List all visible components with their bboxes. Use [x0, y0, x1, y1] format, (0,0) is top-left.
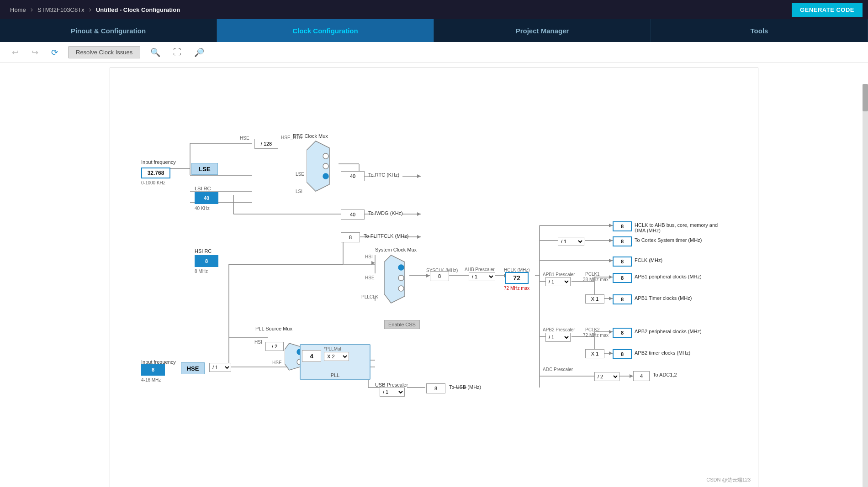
tab-project[interactable]: Project Manager: [434, 19, 651, 42]
generate-code-button[interactable]: GENERATE CODE: [792, 3, 863, 17]
hclk-val-box[interactable]: 72: [505, 272, 529, 284]
hclk-ahb-label: HCLK to AHB bus, core, memory and DMA (M…: [635, 222, 726, 233]
tab-bar: Pinout & Configuration Clock Configurati…: [0, 19, 868, 42]
pclk2-label: PCLK2: [585, 327, 600, 332]
hsi-unit-label: 8 MHz: [195, 269, 208, 274]
breadcrumb-title[interactable]: Untitled - Clock Configuration: [91, 0, 185, 19]
hse-sysclk-label: HSE: [365, 275, 375, 280]
svg-marker-61: [426, 274, 430, 278]
svg-marker-65: [609, 259, 613, 262]
ahb-prescaler-select[interactable]: / 1: [469, 272, 495, 281]
apb2-timer-label: APB2 timer clocks (MHz): [635, 350, 690, 356]
apb1-timer-mul-box: X 1: [585, 294, 604, 304]
apb1-prescaler-select[interactable]: / 1: [545, 277, 571, 286]
zoom-in-button[interactable]: 🔍: [148, 46, 163, 59]
hsi-val-box[interactable]: 8: [195, 255, 218, 267]
hse-box[interactable]: HSE: [181, 362, 205, 374]
svg-marker-67: [609, 297, 613, 300]
usb-label: To USB (MHz): [449, 384, 481, 390]
hse-freq-box[interactable]: 8: [141, 364, 165, 376]
zoom-out-button[interactable]: 🔎: [191, 46, 207, 59]
refresh-button[interactable]: ⟳: [48, 46, 61, 59]
to-rtc-box[interactable]: 40: [341, 171, 365, 181]
apb2-prescaler-label: APB2 Prescaler: [543, 327, 575, 332]
rtc-mux-shape: [307, 139, 339, 194]
to-flitfclk-label: To FLITFCLK (MHz): [364, 233, 408, 239]
usb-val-box[interactable]: 8: [426, 383, 445, 393]
pclk2-max-label: 72 MHz max: [583, 333, 609, 338]
hclk-ahb-box[interactable]: 8: [613, 221, 632, 231]
apb2-periph-box[interactable]: 8: [613, 328, 632, 338]
svg-marker-63: [609, 224, 613, 227]
ahb-prescaler-label: AHB Prescaler: [465, 267, 495, 272]
apb2-periph-label: APB2 peripheral clocks (MHz): [635, 329, 702, 334]
lsi-unit-label: 40 KHz: [195, 206, 210, 211]
adc-prescaler-label: ADC Prescaler: [543, 367, 573, 372]
fit-button[interactable]: ⛶: [170, 46, 184, 59]
to-flitfclk-box[interactable]: 8: [341, 232, 360, 242]
cortex-val-box[interactable]: 8: [613, 236, 632, 246]
apb2-timer-mul-box: X 1: [585, 349, 604, 358]
svg-marker-72: [417, 212, 421, 216]
main-area: Input frequency 32.768 0-1000 KHz LSE LS…: [0, 63, 868, 487]
scrollbar-thumb[interactable]: [863, 84, 868, 111]
redo-button[interactable]: ↪: [29, 46, 41, 59]
apb1-prescaler-label: APB1 Prescaler: [543, 272, 575, 277]
sysclk-val-box[interactable]: 8: [430, 271, 449, 281]
lse-range-label: 0-1000 KHz: [141, 180, 165, 185]
pll-val-box[interactable]: 4: [302, 350, 321, 362]
svg-point-81: [398, 275, 404, 281]
adc-prescaler-select[interactable]: / 2: [594, 372, 619, 381]
svg-point-77: [323, 163, 328, 169]
lse-label-rtc: LSE: [296, 172, 304, 177]
apb1-timer-box[interactable]: 8: [613, 294, 632, 304]
adc-val-box[interactable]: 4: [633, 371, 650, 381]
lse-freq-box[interactable]: 32.768: [141, 168, 170, 178]
to-iwdg-box[interactable]: 40: [341, 209, 365, 220]
apb1-periph-box[interactable]: 8: [613, 273, 632, 283]
lsi-rc-label: LSI RC: [195, 186, 211, 191]
hse-range-label: 4-16 MHz: [141, 377, 161, 382]
resolve-clock-button[interactable]: Resolve Clock Issues: [68, 46, 140, 58]
hse-label-rtc: HSE: [240, 136, 249, 141]
usb-prescaler-label: USB Prescaler: [375, 382, 408, 388]
hsi-sysclk-label: HSI: [365, 254, 373, 259]
svg-point-82: [398, 286, 404, 291]
apb2-prescaler-select[interactable]: / 1: [545, 333, 571, 342]
pll-label: PLL: [331, 372, 340, 378]
lsi-label-rtc: LSI: [296, 189, 302, 194]
svg-marker-60: [371, 261, 375, 265]
hse-div-select[interactable]: / 1: [209, 363, 231, 372]
pclk1-max-label: 38 MHz max: [583, 277, 609, 282]
toolbar: ↩ ↪ ⟳ Resolve Clock Issues 🔍 ⛶ 🔎: [0, 42, 868, 63]
rtc-div128-box[interactable]: / 128: [254, 139, 278, 149]
tab-clock[interactable]: Clock Configuration: [217, 19, 434, 42]
fclk-box[interactable]: 8: [613, 257, 632, 267]
svg-marker-73: [417, 235, 421, 239]
tab-tools[interactable]: Tools: [651, 19, 868, 42]
undo-button[interactable]: ↩: [9, 46, 21, 59]
lse-input-freq-label: Input frequency: [141, 159, 176, 165]
hsi-div2-box[interactable]: / 2: [265, 342, 284, 351]
fclk-label: FCLK (MHz): [635, 257, 662, 263]
lse-box[interactable]: LSE: [191, 163, 218, 175]
breadcrumb-chip[interactable]: STM32F103C8Tx: [33, 0, 89, 19]
tab-pinout[interactable]: Pinout & Configuration: [0, 19, 217, 42]
apb1-periph-label: APB1 peripheral clocks (MHz): [635, 274, 702, 279]
apb2-timer-box[interactable]: 8: [613, 349, 632, 359]
lsi-val-box[interactable]: 40: [195, 192, 218, 204]
clock-canvas: Input frequency 32.768 0-1000 KHz LSE LS…: [110, 68, 758, 487]
breadcrumb-home[interactable]: Home: [5, 0, 31, 19]
enable-css-button[interactable]: Enable CSS: [384, 320, 420, 329]
pll-mul-select[interactable]: X 2: [324, 352, 349, 361]
top-nav: Home › STM32F103C8Tx › Untitled - Clock …: [0, 0, 868, 19]
scrollbar[interactable]: [863, 84, 868, 487]
hsi-rc-label: HSI RC: [195, 248, 212, 254]
sysclk-mux-label: System Clock Mux: [375, 247, 417, 252]
adc-label: To ADC1,2: [653, 372, 677, 377]
apb1-timer-label: APB1 Timer clocks (MHz): [635, 295, 692, 301]
usb-div-select[interactable]: / 1: [380, 388, 405, 397]
sysclk-mux-shape: [384, 253, 413, 305]
svg-marker-70: [630, 374, 633, 378]
cortex-div-select[interactable]: / 1: [558, 237, 584, 246]
